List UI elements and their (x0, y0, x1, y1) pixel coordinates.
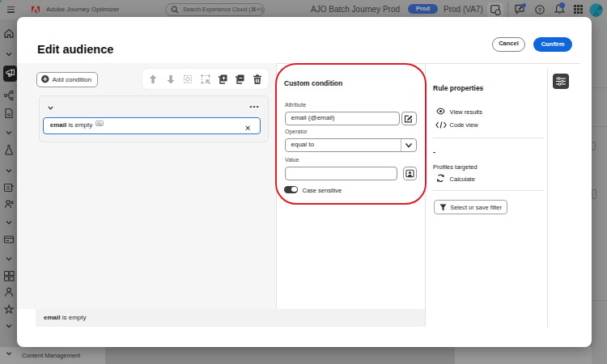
svg-text:?: ? (538, 6, 542, 13)
